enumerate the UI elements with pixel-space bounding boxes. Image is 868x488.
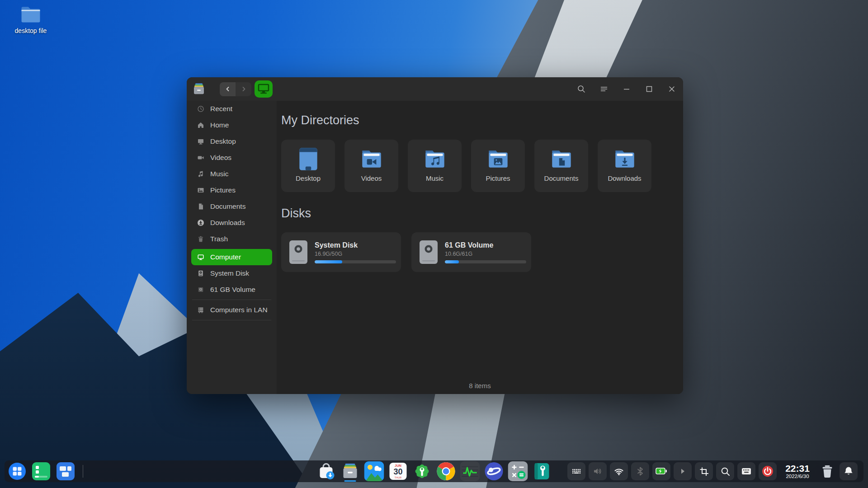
maximize-button[interactable] bbox=[638, 77, 660, 101]
music-note-icon bbox=[197, 170, 204, 178]
content-area: My Directories Desktop Videos bbox=[277, 101, 683, 394]
launcher-icon[interactable] bbox=[9, 463, 26, 480]
dock-toolbox[interactable] bbox=[532, 461, 552, 481]
app-store-icon bbox=[316, 461, 336, 481]
launchpad-icon[interactable] bbox=[32, 462, 50, 480]
sidebar-label: Trash bbox=[210, 235, 228, 243]
dock-system-monitor[interactable] bbox=[460, 461, 480, 481]
sidebar-item-computers-in-lan[interactable]: Computers in LAN bbox=[191, 302, 272, 318]
dock-trash[interactable] bbox=[818, 462, 836, 480]
sidebar-item-trash[interactable]: Trash bbox=[191, 231, 272, 247]
sidebar-label: Desktop bbox=[210, 137, 236, 145]
onboard-keyboard-button[interactable] bbox=[567, 462, 585, 480]
folder-picture-icon bbox=[485, 146, 511, 172]
input-method-icon bbox=[741, 466, 752, 477]
sidebar-item-computer[interactable]: Computer bbox=[191, 249, 272, 265]
tray-expand-button[interactable] bbox=[674, 462, 692, 480]
calendar-icon: JUN 30 THUR bbox=[390, 463, 407, 480]
minimize-button[interactable] bbox=[615, 77, 638, 101]
dock-gallery[interactable] bbox=[364, 461, 384, 481]
bluetooth-icon bbox=[635, 466, 646, 477]
expand-arrow-icon bbox=[677, 466, 688, 477]
disk-usage-bar bbox=[445, 260, 526, 263]
sidebar-label: Computer bbox=[210, 253, 241, 261]
sidebar-item-downloads[interactable]: Downloads bbox=[191, 215, 272, 231]
menu-button[interactable] bbox=[593, 77, 615, 101]
computer-monitor-icon bbox=[255, 80, 273, 98]
disk-card-61gb-volume[interactable]: 61 GB Volume 10.6G/61G bbox=[411, 232, 531, 272]
disk-name: System Disk bbox=[315, 241, 396, 249]
dock-calculator[interactable] bbox=[508, 461, 528, 481]
sidebar-item-desktop[interactable]: Desktop bbox=[191, 133, 272, 150]
close-button[interactable] bbox=[660, 77, 683, 101]
folder-label: Downloads bbox=[608, 174, 641, 182]
dock-google-chrome[interactable] bbox=[436, 461, 456, 481]
folder-label: Documents bbox=[544, 174, 579, 182]
dock-control-center[interactable] bbox=[412, 461, 432, 481]
clock-icon bbox=[197, 105, 204, 113]
folder-card-documents[interactable]: Documents bbox=[534, 140, 588, 192]
sidebar-item-music[interactable]: Music bbox=[191, 166, 272, 182]
gallery-icon bbox=[364, 461, 384, 481]
file-manager-icon bbox=[340, 461, 360, 481]
sidebar: Recent Home Desktop Videos bbox=[187, 101, 277, 394]
search-button[interactable] bbox=[570, 77, 593, 101]
dock-calendar[interactable]: JUN 30 THUR bbox=[388, 461, 408, 481]
shutdown-button[interactable] bbox=[759, 462, 777, 480]
sidebar-label: Music bbox=[210, 170, 228, 178]
sidebar-item-pictures[interactable]: Pictures bbox=[191, 182, 272, 198]
chevron-left-icon bbox=[224, 85, 231, 93]
disk-usage-fill bbox=[445, 260, 459, 263]
sidebar-item-videos[interactable]: Videos bbox=[191, 150, 272, 166]
sidebar-label: Computers in LAN bbox=[210, 306, 268, 314]
search-icon bbox=[576, 84, 587, 94]
sidebar-item-home[interactable]: Home bbox=[191, 117, 272, 133]
sidebar-label: Documents bbox=[210, 202, 245, 211]
sidebar-label: Home bbox=[210, 121, 229, 129]
wifi-button[interactable] bbox=[610, 462, 628, 480]
computer-monitor-icon bbox=[197, 253, 204, 261]
dock-browser[interactable] bbox=[484, 461, 504, 481]
battery-button[interactable] bbox=[652, 462, 670, 480]
dock-file-manager[interactable] bbox=[340, 461, 360, 481]
system-monitor-icon bbox=[460, 461, 480, 481]
dock-app-store[interactable] bbox=[316, 461, 336, 481]
grand-search-button[interactable] bbox=[716, 462, 734, 480]
disk-info: 61 GB Volume 10.6G/61G bbox=[445, 241, 526, 263]
disk-card-system-disk[interactable]: System Disk 16.9G/50G bbox=[281, 232, 401, 272]
screenshot-button[interactable] bbox=[695, 462, 713, 480]
disk-info: System Disk 16.9G/50G bbox=[315, 241, 396, 263]
sidebar-item-documents[interactable]: Documents bbox=[191, 198, 272, 215]
download-circle-icon bbox=[197, 219, 204, 226]
volume-button[interactable] bbox=[589, 462, 607, 480]
computer-view-tab[interactable] bbox=[255, 80, 273, 98]
titlebar[interactable] bbox=[187, 77, 683, 101]
dock-clock[interactable]: 22:31 2022/6/30 bbox=[780, 464, 815, 479]
folder-card-videos[interactable]: Videos bbox=[344, 140, 398, 192]
sidebar-item-61gb-volume[interactable]: 61 GB Volume bbox=[191, 282, 272, 298]
running-indicator bbox=[344, 480, 356, 482]
sidebar-item-system-disk[interactable]: System Disk bbox=[191, 265, 272, 282]
battery-charging-icon bbox=[656, 468, 667, 475]
control-center-gear-icon bbox=[412, 461, 432, 481]
disk-usage: 16.9G/50G bbox=[315, 251, 396, 257]
desktop-file-folder[interactable]: desktop file bbox=[8, 4, 53, 34]
back-button[interactable] bbox=[220, 82, 236, 96]
input-method-button[interactable] bbox=[737, 462, 755, 480]
home-icon bbox=[197, 122, 204, 129]
folder-card-downloads[interactable]: Downloads bbox=[598, 140, 651, 192]
folder-card-music[interactable]: Music bbox=[408, 140, 462, 192]
forward-button[interactable] bbox=[236, 82, 251, 96]
hamburger-menu-icon bbox=[599, 84, 609, 94]
multitasking-view-icon[interactable] bbox=[57, 462, 75, 480]
dock-left-group bbox=[9, 460, 90, 482]
folder-card-pictures[interactable]: Pictures bbox=[471, 140, 525, 192]
folder-card-desktop[interactable]: Desktop bbox=[281, 140, 335, 192]
keyboard-icon bbox=[571, 466, 582, 477]
clock-date: 2022/6/30 bbox=[780, 474, 815, 479]
browser-icon bbox=[484, 461, 504, 481]
bluetooth-button[interactable] bbox=[631, 462, 649, 480]
crop-screenshot-icon bbox=[699, 466, 709, 477]
notifications-button[interactable] bbox=[840, 462, 858, 480]
sidebar-item-recent[interactable]: Recent bbox=[191, 101, 272, 117]
